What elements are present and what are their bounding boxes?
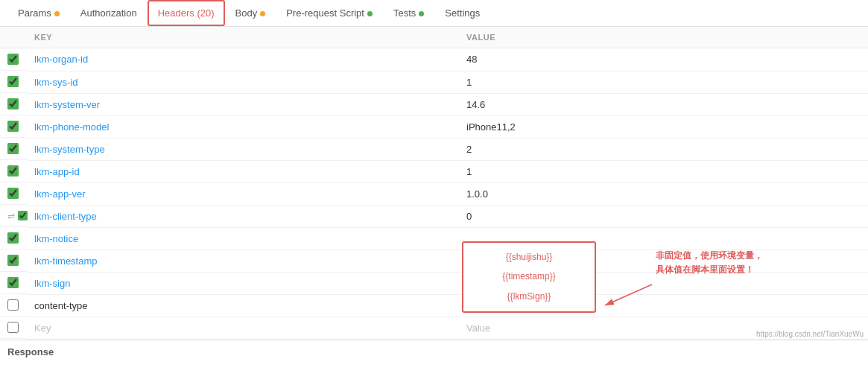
checkbox-cell: ⇌ xyxy=(0,205,27,227)
row-checkbox[interactable] xyxy=(18,210,28,221)
checkbox-cell xyxy=(0,160,27,182)
key-link[interactable]: lkm-client-type xyxy=(34,211,97,222)
orange-dot-icon xyxy=(260,11,265,16)
table-row: lkm-notice xyxy=(0,227,868,249)
drag-handle-icon[interactable]: ⇌ xyxy=(7,211,15,221)
key-link[interactable]: lkm-app-ver xyxy=(34,188,86,200)
checkbox-cell xyxy=(0,115,27,138)
row-checkbox[interactable] xyxy=(7,143,19,154)
table-row: lkm-phone-modeliPhone11,2 xyxy=(0,115,868,138)
col-check-header xyxy=(0,27,27,48)
checkbox-cell xyxy=(0,138,27,160)
tab-headers[interactable]: Headers (20) xyxy=(148,0,225,26)
green-dot-icon xyxy=(419,11,424,16)
key-cell: lkm-system-type xyxy=(27,138,459,160)
value-cell: 0 xyxy=(459,205,868,227)
checkbox-cell xyxy=(0,249,27,272)
value-cell: iPhone11,2 xyxy=(459,115,868,138)
table-row: lkm-sys-id1 xyxy=(0,71,868,93)
checkbox-cell xyxy=(0,93,27,115)
checkbox-cell xyxy=(0,48,27,71)
key-cell: lkm-app-ver xyxy=(27,182,459,205)
tab-tests[interactable]: Tests xyxy=(383,0,434,26)
value-cell xyxy=(459,249,868,272)
key-link[interactable]: lkm-system-type xyxy=(34,144,105,155)
tab-authorization[interactable]: Authorization xyxy=(70,0,148,26)
value-cell: Value xyxy=(459,317,868,339)
key-cell: lkm-organ-id xyxy=(27,48,459,71)
key-cell: lkm-phone-model xyxy=(27,115,459,138)
row-checkbox[interactable] xyxy=(7,322,19,333)
key-link[interactable]: lkm-system-ver xyxy=(34,99,100,110)
table-row: lkm-app-ver1.0.0 xyxy=(0,182,868,205)
value-cell: 1 xyxy=(459,160,868,182)
row-checkbox[interactable] xyxy=(7,232,19,244)
key-cell: lkm-sign xyxy=(27,272,459,294)
value-cell: 14.6 xyxy=(459,93,868,115)
response-label: Response xyxy=(7,346,54,357)
tab-settings[interactable]: Settings xyxy=(434,0,490,26)
key-cell: lkm-system-ver xyxy=(27,93,459,115)
col-key-header: KEY xyxy=(27,27,459,48)
tab-prerequest[interactable]: Pre-request Script xyxy=(276,0,383,26)
table-row: KeyValue xyxy=(0,317,868,339)
key-cell: content-type xyxy=(27,294,459,317)
row-checkbox[interactable] xyxy=(7,188,19,199)
row-checkbox[interactable] xyxy=(7,255,19,266)
key-link[interactable]: lkm-organ-id xyxy=(34,54,88,65)
checkbox-cell xyxy=(0,227,27,249)
table-row: lkm-organ-id48 xyxy=(0,48,868,71)
checkbox-cell xyxy=(0,317,27,339)
table-row: ⇌lkm-client-type0 xyxy=(0,205,868,227)
value-cell: application/json; charset=utf-8 xyxy=(459,294,868,317)
row-checkbox[interactable] xyxy=(7,54,19,65)
green-dot-icon xyxy=(367,11,373,16)
key-cell: Key xyxy=(27,317,459,339)
table-row: lkm-timestamp xyxy=(0,249,868,272)
value-cell: 1 xyxy=(459,71,868,93)
key-link[interactable]: lkm-notice xyxy=(34,233,78,244)
checkbox-cell xyxy=(0,294,27,317)
row-checkbox[interactable] xyxy=(7,299,19,311)
value-cell: 2 xyxy=(459,138,868,160)
tab-params[interactable]: Params xyxy=(7,0,70,26)
key-cell: lkm-app-id xyxy=(27,160,459,182)
key-cell: lkm-notice xyxy=(27,227,459,249)
key-cell: lkm-client-type xyxy=(27,205,459,227)
key-link[interactable]: lkm-phone-model xyxy=(34,121,109,133)
key-link[interactable]: lkm-app-id xyxy=(34,166,80,177)
value-cell xyxy=(459,227,868,249)
value-cell: 1.0.0 xyxy=(459,182,868,205)
key-link[interactable]: lkm-sign xyxy=(34,278,70,289)
value-cell: 48 xyxy=(459,48,868,71)
row-checkbox[interactable] xyxy=(7,98,19,109)
row-checkbox[interactable] xyxy=(7,121,19,132)
key-link[interactable]: lkm-sys-id xyxy=(34,77,78,88)
checkbox-cell xyxy=(0,182,27,205)
orange-dot-icon xyxy=(54,11,60,16)
row-checkbox[interactable] xyxy=(7,165,19,177)
key-cell: lkm-sys-id xyxy=(27,71,459,93)
tabs-bar: ParamsAuthorizationHeaders (20)BodyPre-r… xyxy=(0,0,868,27)
table-row: content-typeapplication/json; charset=ut… xyxy=(0,294,868,317)
table-row: lkm-system-ver14.6 xyxy=(0,93,868,115)
row-checkbox[interactable] xyxy=(7,76,19,87)
checkbox-cell xyxy=(0,71,27,93)
tab-body[interactable]: Body xyxy=(225,0,276,26)
headers-table: KEY VALUE lkm-organ-id48lkm-sys-id1lkm-s… xyxy=(0,27,868,340)
key-cell: lkm-timestamp xyxy=(27,249,459,272)
table-row: lkm-sign xyxy=(0,272,868,294)
table-row: lkm-system-type2 xyxy=(0,138,868,160)
table-wrapper: KEY VALUE lkm-organ-id48lkm-sys-id1lkm-s… xyxy=(0,27,868,340)
table-row: lkm-app-id1 xyxy=(0,160,868,182)
row-checkbox[interactable] xyxy=(7,277,19,288)
key-link[interactable]: lkm-timestamp xyxy=(34,255,98,267)
col-value-header: VALUE xyxy=(459,27,868,48)
checkbox-cell xyxy=(0,272,27,294)
value-cell xyxy=(459,272,868,294)
response-section: Response xyxy=(0,340,868,363)
